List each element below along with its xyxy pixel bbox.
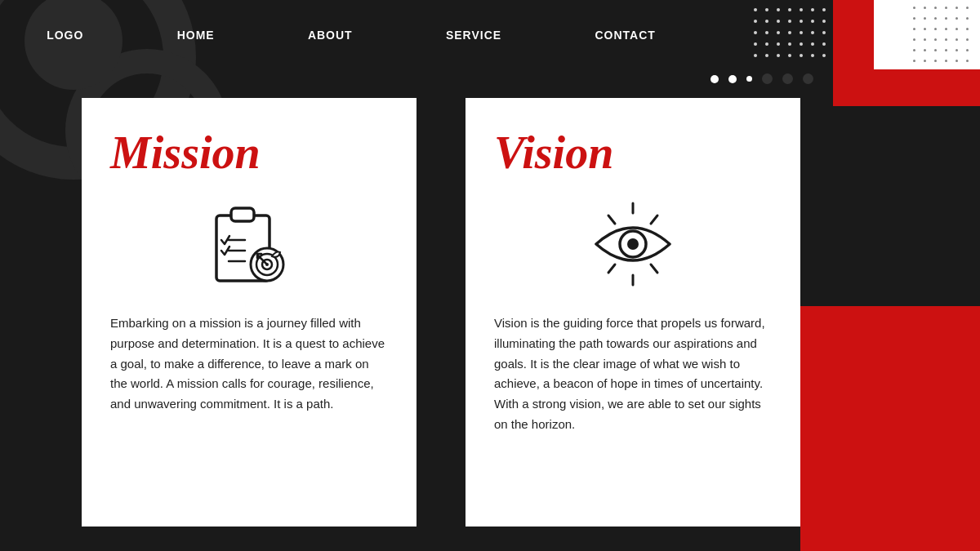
nav-service[interactable]: SERVICE [446, 29, 501, 42]
mission-title: Mission [110, 127, 261, 179]
nav-logo[interactable]: LOGO [47, 29, 83, 42]
mission-icon [200, 195, 298, 293]
nav-home[interactable]: HOME [177, 29, 215, 42]
vision-card: Vision [466, 98, 800, 527]
mission-text: Embarking on a mission is a journey fill… [110, 313, 388, 415]
vision-icon [584, 195, 682, 293]
svg-rect-1 [231, 208, 254, 221]
dot-1 [710, 75, 719, 83]
nav-contact[interactable]: CONTACT [595, 29, 655, 42]
white-dot-grid [754, 8, 829, 60]
dot-2 [728, 75, 737, 83]
nav-about[interactable]: ABOUT [308, 29, 353, 42]
white-corner-panel [874, 0, 980, 69]
svg-line-16 [608, 264, 615, 273]
svg-line-17 [651, 264, 657, 273]
vision-title: Vision [494, 127, 613, 179]
mission-card: Mission [82, 98, 416, 527]
svg-line-15 [651, 216, 657, 224]
svg-line-14 [608, 216, 615, 224]
red-panel-bottom [800, 306, 980, 551]
dot-3 [746, 76, 752, 82]
main-content: Mission [82, 98, 800, 527]
navbar: LOGO HOME ABOUT SERVICE CONTACT [0, 0, 702, 69]
svg-point-11 [627, 238, 639, 250]
vision-text: Vision is the guiding force that propels… [494, 313, 772, 435]
dark-dot-grid [913, 7, 973, 67]
dot-4 [762, 73, 773, 84]
dot-5 [782, 73, 793, 84]
pagination-dots [710, 73, 813, 84]
dot-6 [803, 73, 813, 84]
